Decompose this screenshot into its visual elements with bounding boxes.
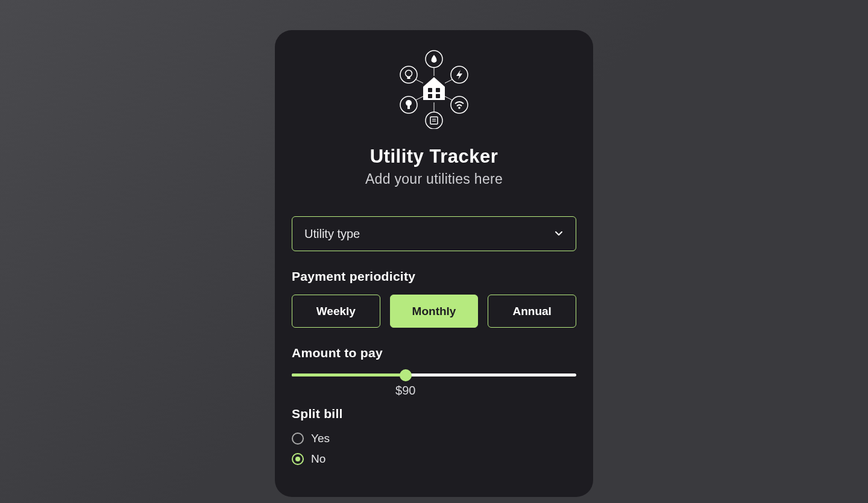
page-subtitle: Add your utilities here — [292, 171, 576, 187]
svg-line-20 — [445, 96, 452, 100]
svg-rect-2 — [428, 94, 432, 98]
radio-icon — [292, 453, 304, 465]
slider-value-label: $90 — [395, 384, 415, 398]
slider-fill — [292, 373, 406, 376]
svg-rect-17 — [407, 77, 410, 79]
utility-type-select[interactable]: Utility type — [292, 216, 576, 251]
svg-line-19 — [445, 80, 452, 83]
page-title: Utility Tracker — [292, 146, 576, 167]
periodicity-group: Weekly Monthly Annual — [292, 295, 576, 328]
svg-point-7 — [458, 107, 461, 109]
split-bill-label: Split bill — [292, 407, 576, 421]
svg-point-15 — [400, 66, 417, 83]
svg-rect-3 — [436, 94, 440, 98]
split-no-radio[interactable]: No — [292, 452, 576, 466]
split-yes-radio[interactable]: Yes — [292, 432, 576, 445]
radio-label: No — [311, 452, 326, 466]
svg-point-13 — [406, 100, 412, 106]
svg-point-8 — [426, 112, 442, 129]
periodicity-label: Payment periodicity — [292, 269, 576, 284]
split-bill-group: Yes No — [292, 432, 576, 466]
svg-point-16 — [406, 70, 412, 77]
radio-icon — [292, 433, 304, 445]
logo-container — [292, 49, 576, 129]
svg-line-22 — [416, 96, 423, 100]
svg-rect-9 — [430, 117, 438, 124]
utilities-logo-icon — [394, 49, 474, 129]
slider-track — [292, 373, 576, 376]
chevron-down-icon — [554, 229, 564, 239]
svg-line-23 — [416, 80, 423, 83]
utility-type-placeholder: Utility type — [304, 227, 360, 241]
svg-rect-14 — [407, 105, 410, 109]
radio-label: Yes — [311, 432, 330, 445]
periodicity-weekly-button[interactable]: Weekly — [292, 295, 380, 328]
svg-rect-1 — [436, 88, 440, 92]
periodicity-annual-button[interactable]: Annual — [488, 295, 576, 328]
periodicity-monthly-button[interactable]: Monthly — [390, 295, 479, 328]
amount-slider[interactable]: $90 — [292, 373, 576, 376]
slider-thumb[interactable] — [400, 369, 412, 381]
utility-tracker-card: Utility Tracker Add your utilities here … — [275, 30, 593, 497]
amount-label: Amount to pay — [292, 346, 576, 360]
svg-rect-0 — [428, 88, 432, 92]
